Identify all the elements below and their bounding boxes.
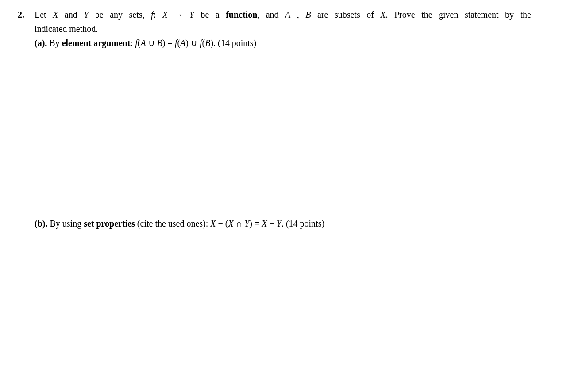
var-y: Y [84, 10, 89, 19]
part-a-colon: : [131, 38, 135, 48]
problem-body: Let X and Y be any sets, f: X → Y be a f… [35, 8, 531, 50]
text-be-a: be a [194, 10, 226, 19]
eq-b-pc: ) [249, 219, 252, 228]
text-subsets: are subsets of [311, 10, 381, 19]
text-let: Let [35, 10, 53, 19]
eq-b-minus2: − [267, 219, 277, 228]
eq-b-X3: X [262, 219, 267, 228]
text-prove: . Prove the given statement by the [386, 10, 531, 19]
intro-line-1: Let X and Y be any sets, f: X → Y be a f… [35, 8, 531, 21]
arrow: → [168, 10, 189, 19]
text-be-any-sets: be any sets, [89, 10, 151, 19]
part-a: (a). By element argument: f(A ∪ B) = f(A… [35, 36, 531, 50]
eq-b-Y2: Y [277, 219, 282, 228]
var-a: A [285, 10, 290, 19]
eq-a-pc1: ) [162, 38, 166, 48]
part-a-method: element argument [62, 38, 131, 48]
eq-b-period: . [282, 219, 286, 228]
part-b-points: (14 points) [286, 219, 324, 228]
problem-number: 2. [18, 8, 35, 21]
part-b-cite: (cite the used ones): [135, 219, 211, 228]
eq-b-po: ( [225, 219, 228, 228]
word-function: function [226, 10, 257, 19]
part-b-by: By using [47, 219, 84, 228]
var-b: B [305, 10, 311, 19]
domain-x: X [162, 10, 168, 19]
eq-a-period: . [213, 38, 218, 48]
part-b-label: (b). [35, 219, 47, 228]
var-x: X [53, 10, 58, 19]
part-a-points: (14 points) [218, 38, 256, 48]
eq-b-equals: = [252, 219, 262, 228]
eq-a-union1: ∪ [146, 38, 157, 48]
eq-b-minus1: − [216, 219, 225, 228]
eq-b-X1: X [210, 219, 216, 228]
eq-b-intersect: ∩ [234, 219, 244, 228]
eq-a-equals: = [166, 38, 175, 48]
part-a-label: (a). [35, 38, 47, 48]
eq-a-pc2: ) [185, 38, 189, 48]
eq-a-B1: B [157, 38, 162, 48]
text-comma-and: , and [257, 10, 285, 19]
part-b-method: set properties [84, 219, 135, 228]
colon: : [154, 10, 162, 19]
intro-line-2: indicated method. [35, 22, 531, 35]
text-and: and [58, 10, 84, 19]
part-a-by: By [47, 38, 62, 48]
eq-b-X2: X [228, 219, 234, 228]
eq-a-union2: ∪ [189, 38, 200, 48]
eq-a-A2: A [180, 38, 185, 48]
var-x-2: X [380, 10, 386, 19]
eq-b-Y1: Y [244, 219, 249, 228]
codomain-y: Y [189, 10, 194, 19]
eq-a-B2: B [205, 38, 210, 48]
part-b: (b). By using set properties (cite the u… [35, 217, 531, 230]
problem-2: 2. Let X and Y be any sets, f: X → Y be … [18, 8, 531, 50]
eq-a-A1: A [140, 38, 146, 48]
comma-sep: , [290, 10, 305, 19]
